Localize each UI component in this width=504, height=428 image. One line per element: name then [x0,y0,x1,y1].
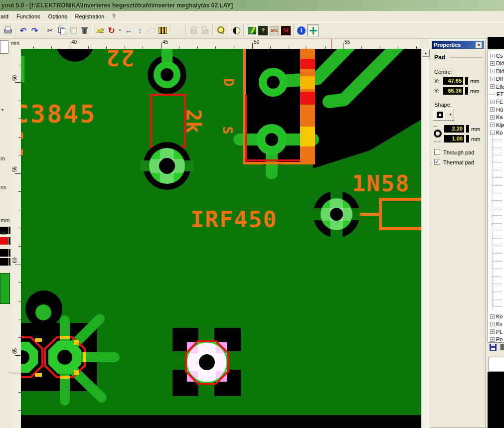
zoom-button[interactable] [215,24,226,36]
tree-child-connector[interactable] [493,238,502,239]
tree-child-connector[interactable] [493,193,502,193]
tree-item-ka[interactable]: +Ka [488,114,503,121]
drill-spinner[interactable] [465,135,469,143]
tree-child-connector[interactable] [493,246,502,246]
expand-icon[interactable]: + [490,69,495,73]
macro-button[interactable]: M [281,26,291,35]
active-layer-swatch[interactable] [0,273,10,304]
tree-child-connector[interactable] [493,269,502,269]
expand-icon[interactable]: + [490,84,495,89]
tree-item-et[interactable]: ET [488,91,504,98]
pcb-canvas[interactable]: 22 C3845 2k D S IRF450 1N58 [21,49,421,428]
pad-source[interactable] [256,124,287,155]
tree-child-connector[interactable] [493,177,502,178]
spinner-handle[interactable] [8,258,10,266]
delete-button[interactable] [79,24,90,36]
tree-child-connector[interactable] [493,147,502,148]
silk-fragment[interactable] [21,149,23,155]
expand-icon[interactable]: + [490,107,495,112]
x-value-field[interactable]: 47.65 [443,77,463,85]
y-spinner[interactable] [464,87,468,95]
expand-icon[interactable]: + [490,115,495,120]
silk-text-c3845[interactable]: C3845 [21,100,97,129]
tree-item-dip[interactable]: +DIP [488,75,504,82]
tree-item-kv[interactable]: +Kv [488,320,503,327]
pad-selected-both-layers[interactable] [172,328,241,396]
tree-child-connector[interactable] [493,200,502,201]
tree-item-ko[interactable]: -Ko [488,129,503,136]
library-tree[interactable]: +Cs+Dió+Dió+DIP+ElleET+FE+Hű+Ka+Kije-Ko+… [488,50,504,343]
menu-options[interactable]: Options [44,12,71,21]
close-icon[interactable]: × [476,42,482,48]
photo-view-button[interactable] [246,24,257,36]
expand-icon[interactable]: + [490,100,495,104]
height-value-field[interactable] [0,258,8,266]
redo-button[interactable]: ↷ [29,24,40,36]
left-panel-button-fragment[interactable] [0,40,8,54]
expand-icon[interactable]: + [490,322,495,326]
menu-registration[interactable]: Registration [71,12,109,21]
width-value-field[interactable] [0,249,8,257]
pad-through-top[interactable] [148,49,186,94]
shape-button[interactable] [433,109,446,121]
pad-thermal-diode[interactable] [312,189,362,239]
tree-item-fe[interactable]: +FE [488,98,503,105]
title-bar[interactable]: yout 5.0 - [f:\ELEKTRONIKA\Inverteres he… [0,0,504,11]
copy-button[interactable] [56,24,67,36]
print-button[interactable] [2,24,13,36]
expand-icon[interactable]: + [490,77,495,81]
tree-item-elle[interactable]: +Elle [488,83,504,90]
tree-child-connector[interactable] [493,215,502,216]
silk-text-22[interactable]: 22 [105,49,134,70]
collapse-icon[interactable]: - [490,131,495,135]
tree-child-connector[interactable] [493,155,502,155]
silk-text-d[interactable]: D [221,78,236,86]
delete-macro-icon[interactable] [500,344,504,350]
menu-?[interactable]: ? [108,12,119,21]
rotate-options-button[interactable]: ▾ [117,24,123,36]
expand-icon[interactable]: + [490,54,495,58]
duplicate-button[interactable]: x2 [94,24,106,36]
tree-child-connector[interactable] [493,276,502,277]
pad-thermal-2k[interactable] [141,142,193,190]
canvas-vertical-scrollbar[interactable]: ▲ [421,49,429,428]
tree-child-connector[interactable] [493,261,502,262]
expand-icon[interactable]: + [490,61,495,66]
selected-resistor-outline[interactable] [151,95,185,147]
tree-child-connector[interactable] [493,223,502,224]
shape-dropdown-button[interactable]: ▾ [447,109,454,121]
tree-child-connector[interactable] [493,231,502,231]
expand-icon[interactable]: + [490,123,495,127]
expand-icon[interactable]: + [490,329,495,334]
expand-icon[interactable]: + [490,337,495,342]
clipped-pad[interactable] [56,49,94,62]
contrast-button[interactable] [230,24,242,36]
silk-fragment[interactable] [21,133,23,139]
clipped-trace[interactable] [21,56,24,82]
spinner-handle[interactable] [8,249,10,257]
through-pad-checkbox[interactable] [434,149,440,155]
diode-silkscreen-outline[interactable] [360,199,421,229]
tree-child-connector[interactable] [493,140,502,140]
tree-child-connector[interactable] [493,208,502,208]
info-button[interactable]: i [297,26,306,35]
expand-icon[interactable]: + [490,314,495,319]
undo-button[interactable]: ↶ [17,24,29,36]
tree-child-connector[interactable] [493,185,502,186]
measure-button[interactable] [307,24,319,36]
tree-child-connector[interactable] [493,284,502,284]
pad-via-bottom-left[interactable] [25,290,62,327]
tree-child-connector[interactable] [493,291,502,291]
silk-text-irf450[interactable]: IRF450 [190,206,278,233]
outer-spinner[interactable] [465,125,469,133]
spinner-handle[interactable] [8,227,10,234]
tree-child-connector[interactable] [493,162,502,163]
silk-text-s[interactable]: S [220,126,235,134]
drc-button[interactable]: DRC [270,26,279,35]
tree-item-dió[interactable]: +Dió [488,60,504,67]
tree-item-kije[interactable]: +Kije [488,122,504,129]
tree-child-connector[interactable] [493,299,502,299]
tree-item-pl[interactable]: +PL [488,328,503,335]
component-check-button[interactable]: ? [258,26,268,35]
drill-diameter-field[interactable]: 1.00 [444,135,464,143]
